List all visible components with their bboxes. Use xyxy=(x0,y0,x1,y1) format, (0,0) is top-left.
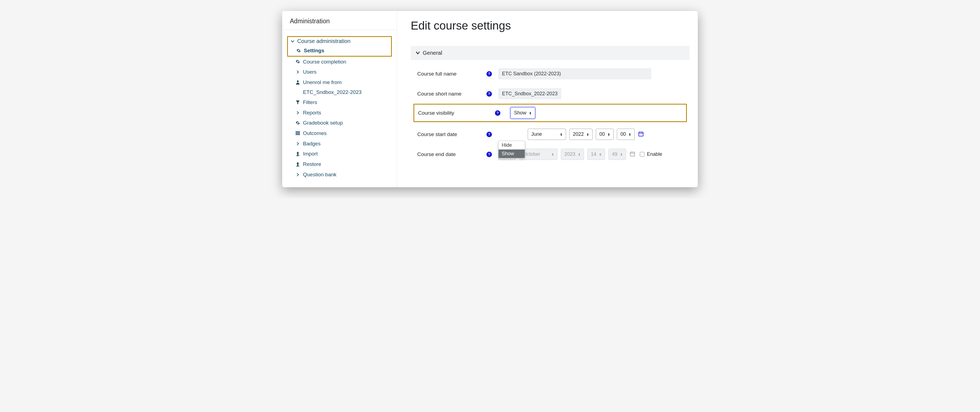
chevron-down-icon xyxy=(415,50,420,56)
tree-label-line2: ETC_Sndbox_2022-2023 xyxy=(295,89,390,96)
sort-icon xyxy=(608,133,610,136)
svg-rect-5 xyxy=(296,166,299,166)
help-icon[interactable]: ? xyxy=(487,152,492,157)
admin-sidebar: Administration Course administration Set… xyxy=(282,11,397,187)
end-hour-value: 14 xyxy=(591,152,597,157)
sort-icon xyxy=(620,153,623,156)
row-end-date: Course end date ? 13 October 2023 xyxy=(414,144,687,164)
sort-icon xyxy=(628,133,631,136)
sort-icon xyxy=(529,112,531,115)
tree-item-settings[interactable]: Settings xyxy=(288,45,391,56)
calendar-icon[interactable] xyxy=(638,131,644,138)
tree-item-badges[interactable]: Badges xyxy=(287,139,392,149)
sort-icon xyxy=(552,153,554,156)
start-hour-stepper[interactable]: 00 xyxy=(596,129,614,140)
value-short-name: ETC_Sndbox_2022-2023 xyxy=(498,88,562,99)
person-icon xyxy=(295,80,300,85)
tree-label: Reports xyxy=(303,109,321,117)
section-general-toggle[interactable]: General xyxy=(411,46,690,60)
tree-item-unenrol[interactable]: Unenrol me from ETC_Sndbox_2022-2023 xyxy=(287,77,392,97)
gear-icon xyxy=(296,48,301,53)
tree-item-reports[interactable]: Reports xyxy=(287,108,392,118)
row-full-name: Course full name ? ETC Sandbox (2022-202… xyxy=(414,64,687,84)
gear-icon xyxy=(295,59,300,64)
visibility-option-show[interactable]: Show xyxy=(498,150,525,158)
visibility-dropdown: Hide Show xyxy=(498,141,525,158)
label-short-name: Course short name xyxy=(414,91,485,97)
tree-item-users[interactable]: Users xyxy=(287,67,392,77)
help-icon[interactable]: ? xyxy=(487,71,492,77)
tree-label: Course administration xyxy=(297,38,350,44)
help-icon[interactable]: ? xyxy=(487,132,492,137)
svg-rect-2 xyxy=(296,133,300,134)
start-year-value: 2022 xyxy=(573,131,584,137)
svg-rect-3 xyxy=(296,134,300,135)
sort-icon xyxy=(599,153,601,156)
enable-label: Enable xyxy=(647,152,662,157)
app-window: Administration Course administration Set… xyxy=(282,11,698,187)
gear-icon xyxy=(295,121,300,125)
upload-icon xyxy=(295,162,300,166)
label-end-date: Course end date xyxy=(414,152,485,157)
upload-icon xyxy=(295,152,300,156)
end-date-enable[interactable]: Enable xyxy=(639,151,662,157)
start-year-stepper[interactable]: 2022 xyxy=(569,129,593,140)
start-month-select[interactable]: June xyxy=(528,129,566,140)
tree-label: Settings xyxy=(304,47,324,54)
svg-rect-4 xyxy=(296,155,299,156)
row-short-name: Course short name ? ETC_Sndbox_2022-2023 xyxy=(414,84,687,104)
label-start-date: Course start date xyxy=(414,131,485,137)
calendar-icon xyxy=(630,151,635,158)
tree-label: Filters xyxy=(303,99,317,106)
label-visibility: Course visibility xyxy=(418,110,489,116)
tree-item-question-bank[interactable]: Question bank xyxy=(287,169,392,180)
svg-point-0 xyxy=(297,80,299,82)
sort-icon xyxy=(560,133,562,136)
start-min-value: 00 xyxy=(620,131,626,137)
end-date-enable-checkbox[interactable] xyxy=(640,152,644,156)
section-title: General xyxy=(423,50,442,56)
chevron-right-icon xyxy=(295,142,300,145)
visibility-option-hide[interactable]: Hide xyxy=(498,141,525,150)
tree-item-restore[interactable]: Restore xyxy=(287,159,392,169)
sort-icon xyxy=(587,133,589,136)
tree-label: Badges xyxy=(303,140,320,147)
chevron-right-icon xyxy=(295,70,300,73)
tree-item-import[interactable]: Import xyxy=(287,149,392,159)
start-month-value: June xyxy=(531,131,542,137)
tree-course-administration[interactable]: Course administration xyxy=(288,37,391,45)
tree-item-course-completion[interactable]: Course completion xyxy=(287,57,392,67)
highlight-course-admin: Course administration Settings xyxy=(287,36,392,57)
tree-label: Gradebook setup xyxy=(303,119,343,126)
filter-icon xyxy=(295,100,300,105)
admin-tree: Course administration Settings Course co… xyxy=(282,30,397,180)
tree-item-filters[interactable]: Filters xyxy=(287,97,392,108)
end-hour-stepper: 14 xyxy=(587,149,605,160)
value-full-name: ETC Sandbox (2022-2023) xyxy=(498,68,651,79)
page-title: Edit course settings xyxy=(411,19,690,32)
start-hour-value: 00 xyxy=(600,131,605,137)
sidebar-title: Administration xyxy=(282,16,397,30)
chevron-right-icon xyxy=(295,111,300,115)
svg-rect-1 xyxy=(296,131,300,132)
main-content: Edit course settings General Course full… xyxy=(397,11,698,187)
tree-label: Outcomes xyxy=(303,130,327,137)
tree-item-outcomes[interactable]: Outcomes xyxy=(287,128,392,139)
svg-rect-6 xyxy=(639,132,643,136)
row-visibility: Course visibility ? Show xyxy=(414,104,687,124)
end-min-value: 49 xyxy=(612,152,617,157)
tree-label: Unenrol me from xyxy=(303,79,342,86)
form-general: Course full name ? ETC Sandbox (2022-202… xyxy=(411,60,690,164)
svg-rect-7 xyxy=(630,152,635,156)
sort-icon xyxy=(578,153,581,156)
tree-label: Restore xyxy=(303,161,321,168)
help-icon[interactable]: ? xyxy=(495,110,500,116)
label-full-name: Course full name xyxy=(414,71,485,77)
end-year-value: 2023 xyxy=(565,152,575,157)
tree-label: Question bank xyxy=(303,171,337,178)
help-icon[interactable]: ? xyxy=(487,91,492,97)
tree-item-gradebook[interactable]: Gradebook setup xyxy=(287,118,392,128)
visibility-select[interactable]: Show xyxy=(511,107,535,118)
chevron-right-icon xyxy=(295,173,300,176)
start-min-stepper[interactable]: 00 xyxy=(617,129,635,140)
